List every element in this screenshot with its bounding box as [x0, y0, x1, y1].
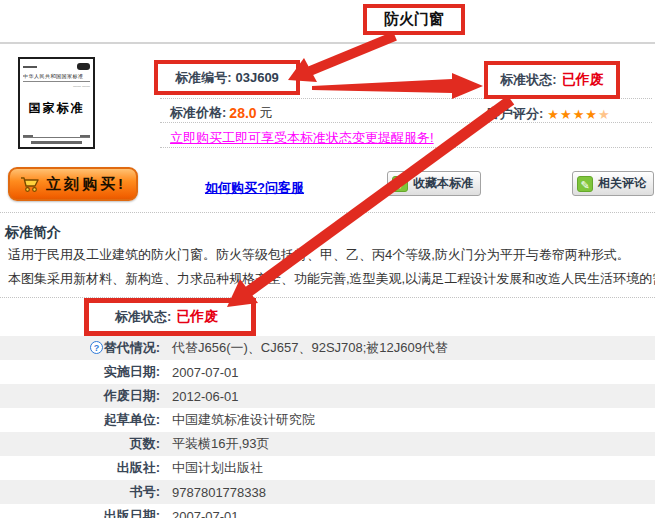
cart-icon: [20, 176, 40, 193]
standard-details-table: ? 替代情况: 代替J656(一)、CJ657、92SJ708;被12J609代…: [0, 336, 655, 518]
row-value: 代替J656(一)、CJ657、92SJ708;被12J609代替: [160, 339, 448, 357]
buy-now-button[interactable]: 立刻购买!: [8, 167, 138, 201]
comment-edit-icon: ✎: [577, 176, 593, 192]
cover-top-decor: [23, 63, 90, 70]
row-value: 2012-06-01: [160, 389, 239, 404]
status-value: 已作废: [562, 71, 604, 89]
separator-dotted: [0, 212, 655, 213]
gb-logo-icon: [77, 63, 90, 70]
row-value: 2007-07-01: [160, 509, 239, 518]
price-label: 标准价格:: [170, 104, 226, 122]
row-label: 实施日期:: [0, 363, 160, 381]
row-label: 页数:: [0, 435, 160, 453]
cover-publisher-decor: [31, 141, 82, 144]
table-row-drafting-unit: 起草单位: 中国建筑标准设计研究院: [0, 408, 655, 432]
price-unit: 元: [260, 104, 273, 122]
row-label: 出版日期:: [0, 507, 160, 518]
rating-stars-icon: ★★★★★: [547, 107, 610, 122]
buy-now-label: 立刻购买!: [46, 175, 126, 194]
intro-heading: 标准简介: [5, 224, 61, 242]
row-label: 替代情况:: [0, 339, 160, 357]
row-value: 中国计划出版社: [160, 459, 263, 477]
cover-number-decor: —— ——: [23, 83, 90, 88]
cover-rule: [23, 81, 90, 82]
row-value: 中国建筑标准设计研究院: [160, 411, 315, 429]
favorite-label: 收藏本标准: [413, 175, 473, 192]
favorite-standard-button[interactable]: ♥ 收藏本标准: [387, 171, 481, 196]
table-row-isbn: 书号: 9787801778338: [0, 480, 655, 504]
rating-label: 客户评分:: [487, 105, 543, 123]
detail-status-label: 标准状态:: [115, 308, 171, 326]
annotation-title-box: 防火门窗: [363, 4, 465, 35]
cover-title-text: 国家标准: [23, 100, 90, 117]
how-to-buy-link[interactable]: 如何购买?问客服: [205, 179, 304, 197]
related-comments-button[interactable]: ✎ 相关评论: [572, 171, 654, 196]
cover-dash: [23, 66, 37, 68]
rating-star-half-icon: ★: [598, 107, 611, 122]
code-label: 标准编号:: [175, 69, 231, 87]
row-label: 书号:: [0, 483, 160, 501]
row-label: 出版社:: [0, 459, 160, 477]
cover-tick: [23, 135, 33, 137]
promo-link[interactable]: 立即购买工即可享受本标准状态变更提醒服务!: [170, 129, 434, 147]
row-value: 2007-07-01: [160, 365, 239, 380]
standard-detail-page: 防火门窗 中华人民共和国国家标准 —— —— 国家标准 标准编号: 03J609…: [0, 0, 655, 518]
price-value: 28.0: [229, 105, 256, 121]
row-label: 起草单位:: [0, 411, 160, 429]
top-divider: [0, 42, 655, 44]
table-row-implementation-date: 实施日期: 2007-07-01: [0, 360, 655, 384]
separator-dotted: [160, 147, 652, 148]
annotation-title-text: 防火门窗: [384, 10, 444, 29]
help-icon[interactable]: ?: [90, 341, 103, 354]
table-row-publisher: 出版社: 中国计划出版社: [0, 456, 655, 480]
comments-label: 相关评论: [598, 175, 646, 192]
table-row-abolish-date: 作废日期: 2012-06-01: [0, 384, 655, 408]
row-value: 9787801778338: [160, 485, 266, 500]
intro-paragraph-1: 适用于民用及工业建筑的防火门窗。防火等级包括特、甲、乙、丙4个等级,防火门分为平…: [8, 246, 630, 264]
row-label: 作废日期:: [0, 387, 160, 405]
cover-tick: [80, 135, 90, 137]
annotation-code-box: 标准编号: 03J609: [154, 60, 300, 95]
detail-status-value: 已作废: [176, 308, 218, 326]
status-label: 标准状态:: [500, 71, 556, 89]
table-row-pages: 页数: 平装横16开,93页: [0, 432, 655, 456]
arrow-to-status-box: [312, 73, 483, 99]
code-value: 03J609: [235, 70, 278, 85]
annotation-status-box-2: 标准状态: 已作废: [84, 298, 256, 336]
favorite-icon: ♥: [392, 176, 408, 192]
price-row: 标准价格: 28.0 元: [170, 104, 273, 122]
cover-header-text: 中华人民共和国国家标准: [23, 73, 90, 79]
table-row-replacement: ? 替代情况: 代替J656(一)、CJ657、92SJ708;被12J609代…: [0, 336, 655, 360]
cover-foot-rule: [23, 135, 90, 138]
intro-paragraph-2: 本图集采用新材料、新构造、力求品种规格齐全、功能完善,造型美观,以满足工程设计发…: [8, 270, 655, 288]
row-value: 平装横16开,93页: [160, 435, 270, 453]
standard-cover-image: 中华人民共和国国家标准 —— —— 国家标准: [18, 57, 95, 149]
rating-row: 客户评分: ★★★★★: [487, 105, 611, 123]
table-row-publish-date: 出版日期: 2007-07-01: [0, 504, 655, 518]
annotation-status-box: 标准状态: 已作废: [484, 61, 620, 99]
